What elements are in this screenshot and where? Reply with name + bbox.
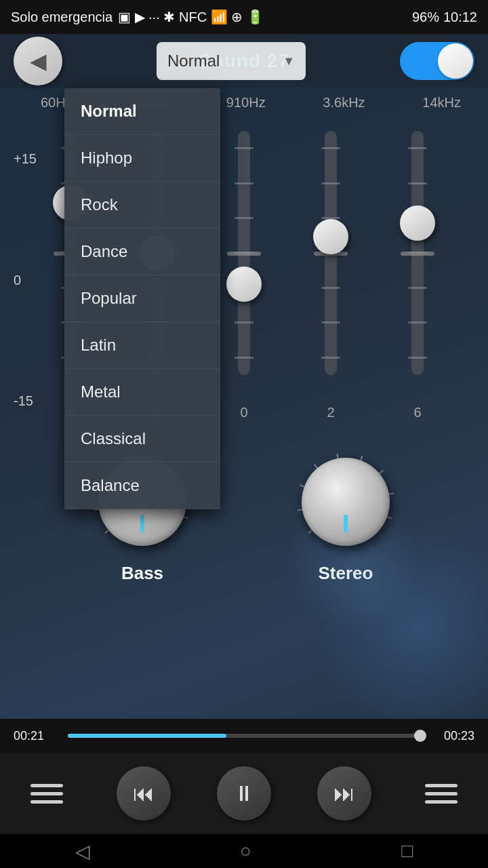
dropdown-item-metal[interactable]: Metal xyxy=(64,369,220,416)
slider-notch-14khz xyxy=(401,252,434,256)
time-text: 10:12 xyxy=(443,9,477,25)
slider-notch-910hz xyxy=(227,252,261,256)
back-button[interactable]: ◀ xyxy=(14,37,62,85)
list-line xyxy=(30,784,63,787)
status-icons: ▣ ▶ ··· ✱ NFC 📶 ⊕ 🔋 xyxy=(118,9,264,25)
stereo-knob[interactable]: - - xyxy=(291,448,400,556)
list-line xyxy=(30,792,63,795)
tick xyxy=(321,287,340,289)
playlist-icon xyxy=(30,784,63,804)
home-nav-icon[interactable]: ○ xyxy=(240,840,251,862)
forward-button[interactable]: ⏭ xyxy=(317,766,371,821)
tick xyxy=(235,147,253,149)
dropdown-item-normal[interactable]: Normal xyxy=(64,88,220,135)
slider-knob-3600hz[interactable] xyxy=(313,219,348,254)
freq-label-910hz: 910Hz xyxy=(226,95,266,111)
top-bar: ◀ Sound 27 Normal ▼ xyxy=(0,34,488,88)
slider-knob-910hz[interactable] xyxy=(226,267,262,302)
stereo-knob-indicator xyxy=(344,515,348,532)
preset-dropdown-menu: Normal Hiphop Rock Dance Popular Latin M… xyxy=(64,88,220,509)
tick xyxy=(408,287,427,289)
tick xyxy=(321,182,340,184)
eq-slider-910hz[interactable] xyxy=(238,131,250,375)
freq-bottom-4: 6 xyxy=(413,405,421,420)
stereo-label: Stereo xyxy=(319,563,373,584)
preset-current-label: Normal xyxy=(167,52,220,71)
slider-track-14khz[interactable] xyxy=(411,131,424,375)
carrier-text: Solo emergencia xyxy=(11,9,113,25)
list-line xyxy=(30,800,63,804)
tick xyxy=(235,217,253,219)
progress-thumb[interactable] xyxy=(414,730,426,742)
preset-dropdown[interactable]: Normal ▼ xyxy=(157,42,306,80)
slider-track-910hz[interactable] xyxy=(238,131,250,375)
freq-bottom-3: 2 xyxy=(327,405,334,420)
progress-fill xyxy=(68,734,226,738)
slider-knob-14khz[interactable] xyxy=(400,205,435,241)
freq-label-14khz: 14kHz xyxy=(422,95,461,111)
progress-bar-area: 00:21 00:23 xyxy=(0,719,488,753)
dropdown-item-rock[interactable]: Rock xyxy=(64,182,220,229)
nav-bar: ◁ ○ □ xyxy=(0,834,488,868)
pause-icon: ⏸ xyxy=(233,781,255,806)
tick xyxy=(235,182,253,184)
list-line xyxy=(425,792,458,795)
tick xyxy=(321,147,340,149)
tick xyxy=(321,321,340,323)
battery-text: 96% xyxy=(412,9,439,25)
eq-enable-toggle[interactable] xyxy=(400,42,474,80)
eq-slider-3600hz[interactable] xyxy=(325,131,337,375)
stereo-knob-circle[interactable] xyxy=(302,458,390,546)
status-right: 96% 10:12 xyxy=(412,9,477,25)
freq-bottom-2: 0 xyxy=(240,405,247,420)
bass-knob-indicator xyxy=(140,515,144,532)
rewind-button[interactable]: ⏮ xyxy=(117,766,171,821)
tick xyxy=(408,357,427,359)
chevron-down-icon: ▼ xyxy=(283,54,295,68)
current-time: 00:21 xyxy=(14,729,61,743)
tick xyxy=(408,321,427,323)
list-line xyxy=(425,784,458,787)
toggle-knob xyxy=(438,43,473,79)
total-time: 00:23 xyxy=(427,729,474,743)
freq-label-3600hz: 3.6kHz xyxy=(323,95,365,111)
forward-icon: ⏭ xyxy=(333,781,355,806)
dropdown-item-popular[interactable]: Popular xyxy=(64,275,220,322)
menu-button[interactable] xyxy=(418,770,465,817)
slider-track-3600hz[interactable] xyxy=(325,131,337,375)
status-left: Solo emergencia ▣ ▶ ··· ✱ NFC 📶 ⊕ 🔋 xyxy=(11,9,264,25)
preset-dropdown-button[interactable]: Normal ▼ xyxy=(157,42,306,80)
dropdown-item-latin[interactable]: Latin xyxy=(64,322,220,369)
dropdown-item-hiphop[interactable]: Hiphop xyxy=(64,135,220,182)
pause-button[interactable]: ⏸ xyxy=(217,766,271,821)
app-area: ◀ Sound 27 Normal ▼ Normal Hiphop Rock D… xyxy=(0,34,488,868)
progress-track[interactable] xyxy=(68,734,420,738)
tick xyxy=(408,182,427,184)
tick xyxy=(235,321,253,323)
menu-icon xyxy=(425,784,458,804)
stereo-knob-wrapper: - - Stereo xyxy=(291,448,400,584)
status-bar: Solo emergencia ▣ ▶ ··· ✱ NFC 📶 ⊕ 🔋 96% … xyxy=(0,0,488,34)
controls-bar: ⏮ ⏸ ⏭ xyxy=(0,753,488,834)
dropdown-item-balance[interactable]: Balance xyxy=(64,462,220,509)
eq-slider-14khz[interactable] xyxy=(411,131,424,375)
back-icon: ◀ xyxy=(30,48,47,74)
level-minus15: -15 xyxy=(14,393,37,409)
list-line xyxy=(425,800,458,804)
tick xyxy=(321,357,340,359)
dropdown-item-classical[interactable]: Classical xyxy=(64,416,220,462)
recent-nav-icon[interactable]: □ xyxy=(401,840,413,862)
back-nav-icon[interactable]: ◁ xyxy=(75,840,90,863)
dropdown-item-dance[interactable]: Dance xyxy=(64,229,220,275)
playlist-button[interactable] xyxy=(23,770,70,817)
tick xyxy=(235,357,253,359)
rewind-icon: ⏮ xyxy=(133,781,155,806)
bass-label: Bass xyxy=(121,563,163,584)
tick xyxy=(408,147,427,149)
